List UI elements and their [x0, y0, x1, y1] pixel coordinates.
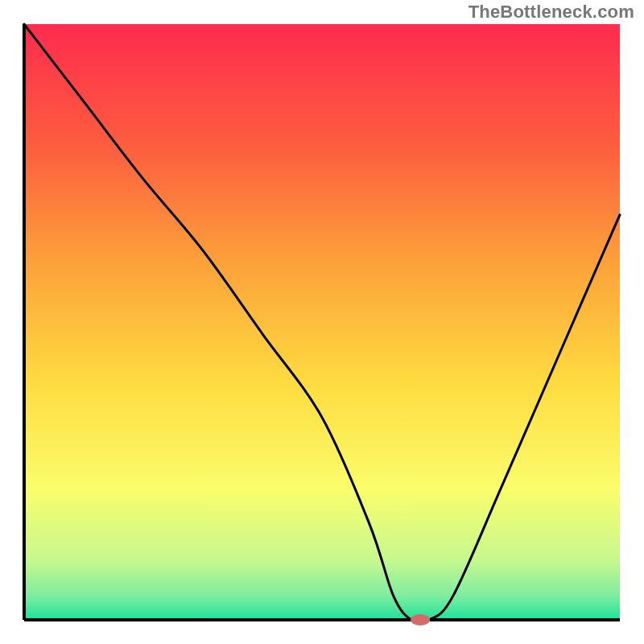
optimal-point-marker — [411, 614, 430, 625]
watermark-label: TheBottleneck.com — [469, 2, 634, 23]
chart-container: TheBottleneck.com — [0, 0, 644, 644]
plot-background — [24, 24, 620, 620]
chart-svg — [0, 0, 644, 644]
